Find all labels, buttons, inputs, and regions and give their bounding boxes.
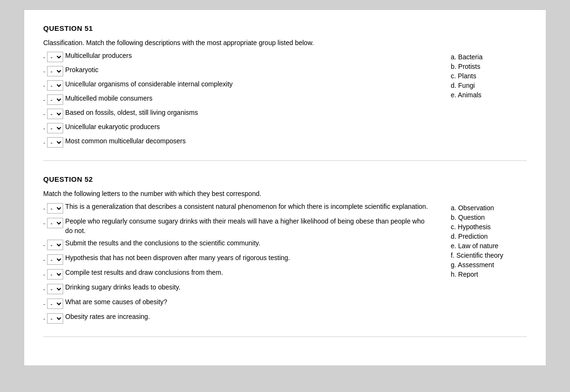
answer-dropdown[interactable]: -abcde: [47, 66, 63, 76]
answer-dropdown[interactable]: -abcdefgh: [47, 218, 63, 228]
answer-item: e. Law of nature: [451, 242, 527, 250]
q52-left: --abcdefghThis is a generalization that …: [43, 202, 432, 327]
item-text: Drinking sugary drinks leads to obesity.: [65, 283, 180, 292]
item-text: Most common multicellular decomposers: [65, 137, 186, 146]
q52-title: QUESTION 52: [43, 175, 527, 183]
answer-dropdown[interactable]: -abcdefgh: [47, 203, 63, 214]
item-text: This is a generalization that describes …: [65, 202, 428, 212]
q51-answer-list: a. Bacteriab. Protistsc. Plantsd. Fungie…: [451, 53, 527, 99]
list-item: --abcdeBased on fossils, oldest, still l…: [43, 108, 432, 119]
answer-item: f. Scientific theory: [451, 252, 527, 259]
dash-label: -: [43, 125, 45, 132]
q51-left: --abcdeMulticellular producers--abcdePro…: [43, 51, 432, 151]
dash-label: -: [43, 96, 45, 103]
answer-dropdown[interactable]: -abcde: [47, 94, 63, 105]
item-text: Based on fossils, oldest, still living o…: [65, 108, 198, 118]
q51-right: a. Bacteriab. Protistsc. Plantsd. Fungie…: [451, 51, 527, 151]
answer-item: b. Protists: [451, 63, 527, 70]
answer-item: g. Assessment: [451, 261, 527, 269]
answer-dropdown[interactable]: -abcdefgh: [47, 269, 63, 280]
list-item: --abcdefghObesity rates are increasing.: [43, 312, 432, 324]
item-text: Multicellular producers: [65, 51, 132, 61]
q51-instruction: Classification. Match the following desc…: [43, 39, 527, 47]
dash-label: -: [43, 242, 45, 249]
item-text: What are some causes of obesity?: [65, 298, 167, 307]
q52-answer-list: a. Observationb. Questionc. Hypothesisd.…: [451, 204, 527, 278]
question-51-block: QUESTION 51 Classification. Match the fo…: [43, 24, 527, 161]
list-item: --abcdefghDrinking sugary drinks leads t…: [43, 283, 432, 294]
dash-label: -: [43, 220, 45, 227]
answer-item: e. Animals: [451, 91, 527, 99]
q51-match-container: --abcdeMulticellular producers--abcdePro…: [43, 51, 527, 151]
dash-label: -: [43, 54, 45, 61]
answer-dropdown[interactable]: -abcde: [47, 52, 63, 62]
answer-dropdown[interactable]: -abcde: [47, 123, 63, 133]
dash-label: -: [43, 205, 45, 212]
dash-label: -: [43, 68, 45, 75]
item-text: Unicellular organisms of considerable in…: [65, 80, 233, 89]
item-text: Multicelled mobile consumers: [65, 94, 152, 103]
answer-dropdown[interactable]: -abcdefgh: [47, 299, 63, 309]
answer-dropdown[interactable]: -abcdefgh: [47, 254, 63, 265]
item-text: People who regularly consume sugary drin…: [65, 217, 432, 235]
list-item: --abcdefghPeople who regularly consume s…: [43, 217, 432, 235]
answer-item: a. Bacteria: [451, 53, 527, 61]
answer-dropdown[interactable]: -abcdefgh: [47, 313, 63, 324]
list-item: --abcdeUnicellular organisms of consider…: [43, 80, 432, 91]
q51-title: QUESTION 51: [43, 24, 527, 32]
dash-label: -: [43, 300, 45, 308]
list-item: --abcdeMulticellular producers: [43, 51, 432, 62]
answer-item: c. Hypothesis: [451, 223, 527, 231]
item-text: Submit the results and the conclusions t…: [65, 239, 260, 248]
answer-item: c. Plants: [451, 72, 527, 80]
answer-item: b. Question: [451, 214, 527, 221]
answer-dropdown[interactable]: -abcdefgh: [47, 240, 63, 250]
answer-dropdown[interactable]: -abcde: [47, 109, 63, 119]
q52-instruction: Match the following letters to the numbe…: [43, 190, 527, 197]
answer-item: h. Report: [451, 271, 527, 278]
answer-dropdown[interactable]: -abcdefgh: [47, 284, 63, 294]
answer-item: d. Prediction: [451, 233, 527, 240]
list-item: --abcdeMost common multicellular decompo…: [43, 137, 432, 148]
dash-label: -: [43, 271, 45, 278]
dash-label: -: [43, 315, 45, 322]
list-item: --abcdefghThis is a generalization that …: [43, 202, 432, 214]
dash-label: -: [43, 82, 45, 89]
list-item: --abcdefghWhat are some causes of obesit…: [43, 298, 432, 309]
question-52-block: QUESTION 52 Match the following letters …: [43, 175, 527, 337]
item-text: Hypothesis that has not been disproven a…: [65, 253, 290, 263]
list-item: --abcdefghHypothesis that has not been d…: [43, 253, 432, 265]
list-item: --abcdeUnicellular eukaryotic producers: [43, 122, 432, 133]
item-text: Prokaryotic: [65, 65, 98, 75]
dash-label: -: [43, 286, 45, 293]
answer-item: a. Observation: [451, 204, 527, 212]
dash-label: -: [43, 256, 45, 263]
answer-item: d. Fungi: [451, 82, 527, 89]
item-text: Compile test results and draw conclusion…: [65, 268, 223, 278]
list-item: --abcdeMulticelled mobile consumers: [43, 94, 432, 105]
item-text: Obesity rates are increasing.: [65, 312, 150, 322]
q52-match-container: --abcdefghThis is a generalization that …: [43, 202, 527, 327]
answer-dropdown[interactable]: -abcde: [47, 137, 63, 148]
dash-label: -: [43, 111, 45, 118]
answer-dropdown[interactable]: -abcde: [47, 80, 63, 91]
dash-label: -: [43, 139, 45, 146]
list-item: --abcdefghCompile test results and draw …: [43, 268, 432, 280]
q52-right: a. Observationb. Questionc. Hypothesisd.…: [451, 202, 527, 327]
item-text: Unicellular eukaryotic producers: [65, 122, 160, 132]
list-item: --abcdeProkaryotic: [43, 65, 432, 76]
page-container: QUESTION 51 Classification. Match the fo…: [24, 9, 546, 366]
list-item: --abcdefghSubmit the results and the con…: [43, 239, 432, 250]
